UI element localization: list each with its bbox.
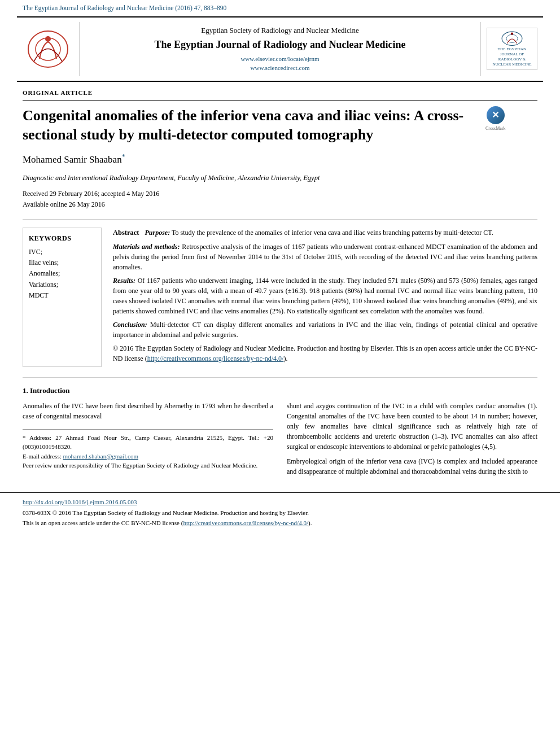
footer-copyright-text: © 2016 The Egyptian Society of Radiology… (53, 509, 309, 516)
footer-issn: 0378-603X (23, 509, 51, 516)
keyword-4: Variations; (29, 280, 95, 290)
keyword-3: Anomalies; (29, 269, 95, 278)
society-name: Egyptian Society of Radiology and Nuclea… (91, 25, 469, 36)
abstract-panel: Abstract Purpose: To study the prevalenc… (113, 228, 537, 367)
logo-right-text: THE EGYPTIAN JOURNAL OF RADIOLOGY & NUCL… (489, 47, 535, 67)
keyword-5: MDCT (29, 291, 95, 300)
title-area: Congenital anomalies of the inferior ven… (23, 106, 537, 152)
intro-left-para1: Anomalies of the IVC have been first des… (23, 401, 273, 421)
affiliation: Diagnostic and Interventional Radiology … (23, 173, 537, 183)
keyword-2: Iliac veins; (29, 258, 95, 268)
crossmark-badge[interactable]: ✕ CrossMark (485, 106, 506, 132)
header-urls: www.elsevier.com/locate/ejrnm www.scienc… (91, 55, 469, 73)
dates: Received 29 February 2016; accepted 4 Ma… (23, 189, 537, 210)
svg-point-4 (506, 34, 518, 42)
conclusion-label: Conclusion: (113, 321, 147, 329)
elsevier-logo-icon (23, 28, 73, 70)
author-note-sup: * (122, 152, 125, 160)
footer-copyright: 0378-603X © 2016 The Egyptian Society of… (23, 508, 537, 518)
purpose-text: To study the prevalence of the anomalies… (172, 229, 493, 237)
abstract-main-label: Abstract (113, 229, 139, 237)
svg-point-2 (45, 36, 51, 42)
keywords-title: KEYWORDS (29, 234, 95, 243)
email-label: E-mail address: (23, 453, 62, 460)
intro-two-col: Anomalies of the IVC have been first des… (23, 401, 537, 481)
main-content: ORIGINAL ARTICLE Congenital anomalies of… (0, 82, 560, 492)
author-name: Mohamed Samir Shaaban (23, 154, 122, 165)
journal-title: The Egyptian Journal of Radiology and Nu… (91, 38, 469, 51)
svg-point-5 (511, 33, 513, 35)
footnote-peer-review: Peer review under responsibility of The … (23, 461, 273, 470)
abstract-copyright: © 2016 The Egyptian Society of Radiology… (113, 343, 537, 364)
available-date: Available online 26 May 2016 (23, 199, 537, 210)
intro-heading: 1. Introduction (23, 386, 537, 396)
divider-2 (23, 377, 537, 378)
footnote-address: * Address: 27 Ahmad Foad Nour Str., Camp… (23, 433, 273, 452)
keywords-panel: KEYWORDS IVC; Iliac veins; Anomalies; Va… (23, 228, 102, 367)
journal-logo-icon (495, 30, 529, 47)
article-type-label: ORIGINAL ARTICLE (23, 89, 537, 101)
abstract-section: KEYWORDS IVC; Iliac veins; Anomalies; Va… (23, 228, 537, 367)
authors: Mohamed Samir Shaaban* (23, 152, 537, 167)
crossmark-icon: ✕ (487, 106, 505, 124)
page-footer: http://dx.doi.org/10.1016/j.ejrnm.2016.0… (0, 492, 560, 531)
received-date: Received 29 February 2016; accepted 4 Ma… (23, 189, 537, 199)
intro-right-para1: shunt and azygos continuation of the IVC… (287, 401, 537, 452)
footer-license-text: This is an open access article under the… (23, 519, 183, 526)
footer-license-link[interactable]: http://creativecommons.org/licenses/by-n… (183, 519, 308, 526)
methods-label: Materials and methods: (113, 243, 180, 251)
doi-line[interactable]: http://dx.doi.org/10.1016/j.ejrnm.2016.0… (23, 497, 537, 508)
abstract-results: Results: Of 1167 patients who underwent … (113, 276, 537, 316)
journal-link-bar: The Egyptian Journal of Radiology and Nu… (0, 0, 560, 16)
intro-right-col: shunt and azygos continuation of the IVC… (287, 401, 537, 481)
intro-right-para2: Embryological origin of the inferior ven… (287, 456, 537, 477)
logo-left (17, 28, 79, 70)
purpose-label: Purpose: (145, 229, 170, 237)
intro-left-col: Anomalies of the IVC have been first des… (23, 401, 273, 481)
abstract-purpose: Abstract Purpose: To study the prevalenc… (113, 228, 537, 238)
results-label: Results: (113, 277, 135, 285)
abstract-methods: Materials and methods: Retrospective ana… (113, 242, 537, 272)
results-text: Of 1167 patients who underwent imaging, … (113, 277, 537, 315)
header-center: Egyptian Society of Radiology and Nuclea… (79, 22, 481, 76)
footer-license-end: ). (308, 519, 312, 526)
logo-right: THE EGYPTIAN JOURNAL OF RADIOLOGY & NUCL… (481, 28, 543, 70)
footnote-email: E-mail address: mohamed.shaban@gmail.com (23, 452, 273, 461)
article-title: Congenital anomalies of the inferior ven… (23, 106, 474, 145)
conclusion-text: Multi-detector CT can display different … (113, 321, 537, 339)
divider-1 (23, 219, 537, 220)
header-banner: Egyptian Society of Radiology and Nuclea… (17, 16, 543, 82)
doi-link[interactable]: http://dx.doi.org/10.1016/j.ejrnm.2016.0… (23, 499, 137, 505)
crossmark-label: CrossMark (485, 125, 506, 132)
journal-logo-box: THE EGYPTIAN JOURNAL OF RADIOLOGY & NUCL… (487, 28, 537, 70)
footer-license: This is an open access article under the… (23, 518, 537, 528)
keyword-1: IVC; (29, 247, 95, 257)
abstract-conclusion: Conclusion: Multi-detector CT can displa… (113, 320, 537, 340)
email-link[interactable]: mohamed.shaban@gmail.com (63, 453, 138, 460)
footnote-area: * Address: 27 Ahmad Foad Nour Str., Camp… (23, 429, 273, 470)
url2[interactable]: www.sciencedirect.com (91, 64, 469, 73)
url1[interactable]: www.elsevier.com/locate/ejrnm (91, 55, 469, 64)
journal-citation: The Egyptian Journal of Radiology and Nu… (23, 5, 226, 11)
copyright-text: © 2016 The Egyptian Society of Radiology… (113, 344, 537, 362)
license-link[interactable]: http://creativecommons.org/licenses/by-n… (147, 355, 284, 362)
